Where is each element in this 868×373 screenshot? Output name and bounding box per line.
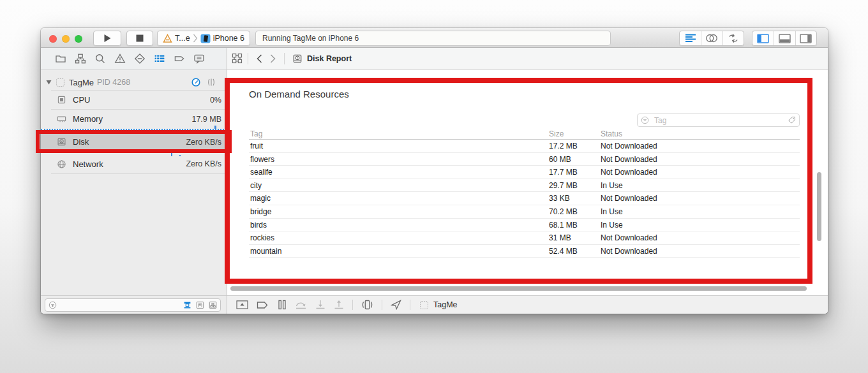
debug-app-label: TagMe <box>433 300 458 309</box>
jumpbar-title[interactable]: Disk Report <box>307 54 352 63</box>
navigator-bar <box>41 48 227 70</box>
view-hierarchy-filter-button[interactable] <box>208 300 218 310</box>
standard-editor-icon <box>685 33 696 43</box>
cell-tag: birds <box>250 219 267 232</box>
step-into-button[interactable] <box>315 300 326 310</box>
table-row[interactable]: magic33 KBNot Downloaded <box>249 192 800 205</box>
table-row[interactable]: city29.7 MBIn Use <box>249 179 800 193</box>
find-navigator-tab[interactable] <box>94 52 107 65</box>
cell-tag: magic <box>250 192 271 205</box>
column-header-status[interactable]: Status <box>601 129 622 138</box>
speech-bubble-icon <box>193 52 206 65</box>
debug-navigator-list: TagMe PID 4268 CPU 0% Memory 17.9 MB Dis… <box>41 70 227 295</box>
filter-input[interactable] <box>57 302 183 309</box>
step-over-button[interactable] <box>295 300 307 310</box>
back-button[interactable] <box>253 54 266 63</box>
gauge-label: Disk <box>73 137 89 147</box>
pause-button[interactable] <box>278 300 287 310</box>
cell-size: 33 KB <box>549 192 570 205</box>
debug-navigator-tab[interactable] <box>153 52 166 65</box>
table-row[interactable]: flowers60 MBNot Downloaded <box>249 153 800 166</box>
vertical-scrollbar[interactable] <box>817 172 821 241</box>
zoom-button[interactable] <box>75 35 82 43</box>
search-icon <box>94 52 107 65</box>
chevron-left-icon <box>257 54 262 63</box>
filter-field[interactable] <box>45 298 221 312</box>
disk-report-icon <box>292 53 303 64</box>
gauge-value: Zero KB/s <box>186 138 221 147</box>
scheme-name: T...e <box>175 34 190 43</box>
destination-name: iPhone 6 <box>213 34 244 43</box>
disclosure-triangle-icon[interactable] <box>46 80 52 85</box>
chevron-separator-icon <box>193 34 198 43</box>
titlebar: T...e iPhone 6 Running TagMe on iPhone 6 <box>41 28 828 48</box>
gauge-label: Network <box>73 159 103 169</box>
pause-gauge-icon[interactable] <box>191 77 201 87</box>
table-row[interactable]: fruit17.2 MBNot Downloaded <box>249 140 800 153</box>
standard-editor-button[interactable] <box>680 31 701 45</box>
network-icon <box>56 159 67 170</box>
thread-view-icon[interactable] <box>206 77 216 87</box>
gauge-value: Zero KB/s <box>186 159 221 168</box>
app-placeholder-icon <box>419 300 430 311</box>
project-navigator-tab[interactable] <box>54 52 67 65</box>
table-row[interactable]: birds68.1 MBIn Use <box>249 219 800 232</box>
utilities-toggle-button[interactable] <box>795 31 816 45</box>
memory-icon <box>56 113 67 124</box>
assistant-editor-button[interactable] <box>701 31 722 45</box>
table-row[interactable]: rockies31 MBNot Downloaded <box>249 231 800 245</box>
divider <box>410 300 410 310</box>
table-row[interactable]: sealife17.7 MBNot Downloaded <box>249 166 800 179</box>
sidebar-item-disk[interactable]: Disk Zero KB/s <box>41 132 227 152</box>
column-header-tag[interactable]: Tag <box>250 129 262 138</box>
symbol-navigator-tab[interactable] <box>74 52 87 65</box>
related-items-grid-icon <box>232 53 243 64</box>
breakpoints-toggle-button[interactable] <box>257 300 269 310</box>
cell-size: 60 MB <box>549 153 571 166</box>
report-navigator-tab[interactable] <box>193 52 206 65</box>
cell-status: In Use <box>601 205 623 219</box>
cell-status: In Use <box>601 219 623 232</box>
test-navigator-tab[interactable] <box>133 52 146 65</box>
stop-button[interactable] <box>126 31 153 46</box>
debug-area-toggle-button[interactable] <box>774 31 795 45</box>
view-process-by-thread-button[interactable] <box>183 300 192 310</box>
stack-frames-filter-button[interactable] <box>195 300 205 310</box>
divider <box>352 300 353 310</box>
sidebar-item-memory[interactable]: Memory 17.9 MB <box>41 110 227 128</box>
version-editor-button[interactable] <box>722 31 744 45</box>
table-row[interactable]: mountain52.4 MBNot Downloaded <box>249 245 800 258</box>
close-button[interactable] <box>49 35 57 43</box>
debug-process-chip[interactable]: TagMe <box>419 300 458 311</box>
filter-menu-icon[interactable] <box>640 115 650 125</box>
navigator-toggle-button[interactable] <box>752 31 774 45</box>
tag-filter-input[interactable] <box>637 113 800 127</box>
simulate-location-button[interactable] <box>391 300 401 310</box>
process-name: TagMe <box>69 78 94 87</box>
divider <box>51 173 227 174</box>
utilities-panel-icon <box>800 34 812 43</box>
scheme-selector[interactable]: T...e iPhone 6 <box>157 31 250 46</box>
related-items-button[interactable] <box>232 53 243 64</box>
process-row[interactable]: TagMe PID 4268 <box>41 75 227 90</box>
page-title: On Demand Resources <box>249 89 349 99</box>
cell-tag: rockies <box>250 231 274 245</box>
minimize-button[interactable] <box>62 35 70 43</box>
table-row[interactable]: bridge70.2 MBIn Use <box>249 205 800 219</box>
hide-debug-area-button[interactable] <box>236 300 248 310</box>
breakpoint-navigator-tab[interactable] <box>173 52 186 65</box>
cell-size: 31 MB <box>549 231 571 245</box>
issue-navigator-tab[interactable] <box>114 52 126 65</box>
run-button[interactable] <box>93 31 121 46</box>
sidebar-item-cpu[interactable]: CPU 0% <box>41 91 227 109</box>
sidebar-item-network[interactable]: Network Zero KB/s <box>41 156 227 172</box>
horizontal-scrollbar[interactable] <box>230 286 807 291</box>
tag-icon[interactable] <box>787 115 797 125</box>
column-header-size[interactable]: Size <box>549 129 564 138</box>
forward-button[interactable] <box>266 54 280 63</box>
filter-icon[interactable] <box>48 300 57 310</box>
cell-size: 17.2 MB <box>549 140 578 153</box>
view-hierarchy-button[interactable] <box>361 300 373 310</box>
step-out-button[interactable] <box>334 300 344 310</box>
hierarchy-icon <box>74 52 87 65</box>
